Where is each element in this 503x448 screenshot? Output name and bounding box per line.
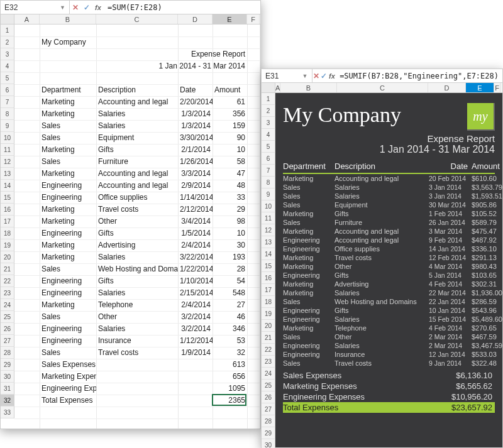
row-header[interactable]: 22 (262, 344, 275, 356)
cell[interactable]: Marketing (40, 204, 96, 216)
cell[interactable]: Other (96, 311, 178, 323)
cell[interactable]: 613 (213, 359, 247, 371)
row-header[interactable]: 30 (262, 439, 275, 448)
row-header[interactable]: 1 (1, 25, 14, 36)
report-row[interactable]: EngineeringSalaries2 Mar 2014$3,467.59 (283, 341, 495, 350)
report-row[interactable]: EngineeringGifts10 Jan 2014$543.96 (283, 306, 495, 315)
row-header[interactable]: 16 (1, 204, 14, 216)
cell[interactable]: Engineering (40, 180, 96, 192)
row-header[interactable]: 5 (262, 141, 275, 153)
col-header-D[interactable]: D (428, 83, 466, 92)
report-row[interactable]: SalesEquipment30 Mar 2014$905.86 (283, 200, 495, 209)
cell[interactable]: 193 (213, 251, 247, 263)
cell[interactable]: 346 (213, 323, 247, 335)
cell[interactable]: My Company (40, 36, 96, 48)
row-header[interactable]: 10 (1, 132, 14, 144)
row-header[interactable]: 9 (262, 188, 275, 200)
row-header[interactable]: 3 (1, 48, 14, 60)
col-header-F[interactable]: F (247, 14, 260, 24)
cell[interactable]: 3/22/2014 (178, 251, 213, 263)
cell[interactable]: Marketing (40, 299, 96, 311)
row-header[interactable]: 5 (1, 72, 14, 84)
cell[interactable]: Gifts (96, 144, 178, 156)
row-header[interactable]: 14 (1, 180, 14, 192)
row-header[interactable]: 10 (262, 200, 275, 212)
col-header-E[interactable]: E (213, 14, 247, 24)
row-header[interactable]: 22 (1, 275, 14, 287)
row-header[interactable]: 28 (262, 415, 275, 427)
row-header[interactable]: 7 (262, 165, 275, 177)
report-row[interactable]: MarketingOther4 Mar 2014$980.43 (283, 262, 495, 271)
cell[interactable]: Sales (40, 132, 96, 144)
report-row[interactable]: SalesSalaries3 Jan 2014$1,593.51 (283, 192, 495, 200)
cell[interactable]: 2/4/2014 (178, 239, 213, 251)
row-header[interactable]: 29 (262, 427, 275, 439)
row-header[interactable]: 30 (1, 371, 14, 383)
cell[interactable]: Salaries (96, 120, 178, 132)
cell[interactable]: 33 (213, 192, 247, 204)
row-header[interactable]: 21 (262, 332, 275, 344)
cell[interactable]: Marketing Expenses (40, 371, 96, 383)
row-header[interactable]: 1 (262, 93, 275, 105)
col-header-B[interactable]: B (40, 14, 96, 24)
cell[interactable]: Furniture (96, 156, 178, 168)
report-row[interactable]: MarketingAccounting and legal3 Mar 2014$… (283, 227, 495, 236)
cell[interactable]: 1/9/2014 (178, 347, 213, 359)
cell[interactable]: 2/15/2014 (178, 287, 213, 299)
cell[interactable]: 1/10/2014 (178, 275, 213, 287)
cell[interactable]: 30 (213, 239, 247, 251)
cell[interactable]: Engineering (40, 323, 96, 335)
cell[interactable]: Sales (40, 311, 96, 323)
cell[interactable]: 1/5/2014 (178, 227, 213, 239)
check-icon[interactable]: ✓ (81, 1, 92, 14)
cell[interactable]: Engineering (40, 227, 96, 239)
cell[interactable]: Sales (40, 347, 96, 359)
row-header[interactable]: 29 (1, 359, 14, 371)
check-icon[interactable]: ✓ (320, 69, 328, 82)
cell[interactable]: Date (178, 84, 213, 96)
cell[interactable]: Marketing (40, 168, 96, 180)
cell[interactable]: 548 (213, 287, 247, 299)
total-row[interactable]: Sales Expenses$6,136.10 (283, 370, 495, 381)
row-header[interactable]: 13 (262, 236, 275, 248)
cancel-icon[interactable]: ✕ (312, 69, 321, 82)
col-header-F[interactable]: F (494, 83, 500, 92)
row-header[interactable]: 24 (262, 368, 275, 380)
row-header[interactable]: 2 (262, 105, 275, 117)
report-row[interactable]: SalesSalaries3 Jan 2014$3,563.79 (283, 183, 495, 192)
cell[interactable]: Sales Expenses (40, 359, 96, 371)
cell[interactable]: 90 (213, 132, 247, 144)
report-row[interactable]: EngineeringAccounting and legal9 Feb 201… (283, 236, 495, 244)
cell[interactable]: Sales (40, 156, 96, 168)
row-header[interactable]: 4 (262, 129, 275, 141)
row-header[interactable]: 4 (1, 60, 14, 72)
cell[interactable]: Total Expenses (40, 395, 96, 407)
cell[interactable]: Accounting and legal (96, 168, 178, 180)
report-row[interactable]: EngineeringOffice supplies14 Jan 2014$33… (283, 244, 495, 253)
row-header[interactable]: 17 (262, 284, 275, 296)
cell[interactable]: 10 (213, 144, 247, 156)
cell[interactable]: 58 (213, 156, 247, 168)
cell[interactable]: Description (96, 84, 178, 96)
row-header[interactable]: 19 (262, 308, 275, 320)
row-header[interactable]: 7 (1, 96, 14, 108)
cell[interactable]: Engineering Expenses (40, 383, 96, 395)
cell[interactable]: 2/20/2014 (178, 96, 213, 108)
row-header[interactable]: 12 (1, 156, 14, 168)
row-header[interactable]: 18 (262, 296, 275, 308)
cell[interactable]: Advertising (96, 239, 178, 251)
row-header[interactable]: 6 (1, 84, 14, 96)
cell[interactable]: 47 (213, 168, 247, 180)
row-header[interactable]: 15 (262, 260, 275, 272)
cell[interactable]: Engineering (40, 275, 96, 287)
cell[interactable]: Marketing (40, 239, 96, 251)
cell[interactable]: Telephone (96, 299, 178, 311)
cell[interactable]: Insurance (96, 335, 178, 347)
cell[interactable]: 1/12/2014 (178, 335, 213, 347)
row-header[interactable]: 26 (262, 391, 275, 403)
row-header[interactable]: 25 (262, 380, 275, 391)
cell[interactable]: Sales (40, 120, 96, 132)
col-header-E[interactable]: E (466, 83, 494, 92)
total-row[interactable]: Engineering Expenses$10,956.20 (283, 391, 495, 402)
cell[interactable]: 1095 (213, 383, 247, 395)
